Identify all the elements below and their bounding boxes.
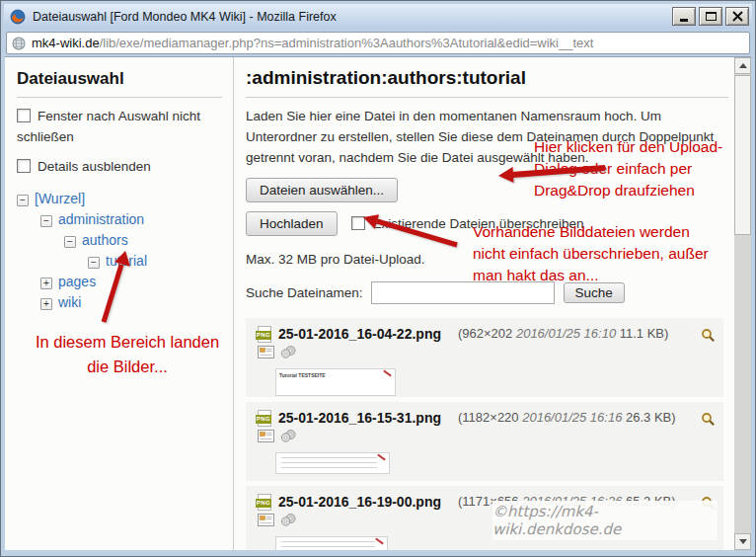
file-type-badge: PNG <box>256 499 271 508</box>
upload-button[interactable]: Hochladen <box>246 211 338 236</box>
file-size: 26.3 KB) <box>622 410 675 425</box>
divider <box>17 97 222 98</box>
thumbnail-red-arrow <box>383 369 392 376</box>
png-file-icon: PNG <box>256 494 271 510</box>
option-hide-details[interactable]: Details ausblenden <box>17 157 222 178</box>
png-file-icon: PNG <box>256 326 271 342</box>
png-file-icon: PNG <box>256 410 271 426</box>
search-label: Suche Dateinamen: <box>246 285 363 300</box>
file-row-tools <box>258 429 714 447</box>
file-row-25-01-2016-16-15-31-png: PNG25-01-2016_16-15-31.png(1182×220 2016… <box>246 402 723 481</box>
option-keep-window-open[interactable]: Fenster nach Auswahl nicht schließen <box>17 107 222 148</box>
media-revisions-icon[interactable] <box>280 513 297 531</box>
firefox-icon <box>10 9 26 25</box>
thumbnail-content-lines <box>281 541 375 550</box>
collapse-icon[interactable]: − <box>40 215 52 227</box>
vertical-scrollbar[interactable] <box>734 57 751 550</box>
file-thumbnail[interactable]: Tutorial TESTSEITE <box>275 368 396 396</box>
tree-node-wiki[interactable]: wiki <box>58 294 81 310</box>
tree-node-authors[interactable]: authors <box>82 232 128 248</box>
thumbnail-text: Tutorial TESTSEITE <box>279 372 326 378</box>
media-revisions-icon[interactable] <box>280 345 297 363</box>
tree-item-wiki: +wiki <box>17 292 232 313</box>
title-bar[interactable]: Dateiauswahl [Ford Mondeo MK4 Wiki] - Mo… <box>4 4 752 29</box>
file-row-header: PNG25-01-2016_16-04-22.png(962×202 2016/… <box>256 326 714 342</box>
overwrite-checkbox[interactable] <box>351 216 365 230</box>
collapse-icon[interactable]: − <box>17 195 29 206</box>
file-name-link[interactable]: 25-01-2016_16-04-22.png <box>278 326 458 342</box>
scrollbar-thumb[interactable] <box>734 75 751 235</box>
file-type-badge: PNG <box>256 331 271 340</box>
collapse-icon[interactable]: − <box>88 257 100 269</box>
minimize-button[interactable] <box>672 7 696 26</box>
media-manager-page: Dateiauswahl Fenster nach Auswahl nicht … <box>5 57 751 550</box>
tree-item-tutorial: −tutorial <box>17 251 232 272</box>
tree-node-pages[interactable]: pages <box>58 274 96 289</box>
thumbnail-content-lines <box>281 457 377 470</box>
maximize-button[interactable] <box>699 7 722 26</box>
hide-details-checkbox[interactable] <box>17 159 31 173</box>
tree-item-pages: +pages <box>17 272 232 292</box>
scroll-down-button[interactable] <box>734 533 751 550</box>
arrow-up-icon <box>739 63 747 68</box>
file-date: 2016/01/25 16:10 <box>516 326 616 341</box>
image-meta-icon[interactable] <box>258 513 274 530</box>
hide-details-label: Details ausblenden <box>38 159 151 174</box>
namespace-tree: −[Wurzel]−administration−authors−tutoria… <box>17 189 232 313</box>
scroll-up-button[interactable] <box>734 57 751 74</box>
select-files-button[interactable]: Dateien auswählen... <box>246 178 398 202</box>
expand-icon[interactable]: + <box>40 278 52 289</box>
sidebar-title: Dateiauswahl <box>17 69 232 89</box>
url-path: /lib/exe/mediamanager.php?ns=administrat… <box>100 36 594 50</box>
main-content: :administration:authors:tutorial Laden S… <box>234 57 734 550</box>
close-button[interactable] <box>725 7 749 26</box>
file-row-tools <box>258 345 714 363</box>
keep-open-checkbox[interactable] <box>17 109 31 122</box>
url-bar[interactable]: mk4-wiki.de/lib/exe/mediamanager.php?ns=… <box>6 32 750 54</box>
tree-node-tutorial[interactable]: tutorial <box>106 253 147 269</box>
browser-window: Dateiauswahl [Ford Mondeo MK4 Wiki] - Mo… <box>0 0 756 557</box>
minimize-icon <box>678 11 691 22</box>
tree-item-wurzel: −[Wurzel] <box>17 189 232 209</box>
keep-open-label: Fenster nach Auswahl nicht schließen <box>17 109 200 144</box>
file-name-link[interactable]: 25-01-2016_16-19-00.png <box>278 494 458 510</box>
file-row-header: PNG25-01-2016_16-15-31.png(1182×220 2016… <box>256 410 714 426</box>
navigation-bar: mk4-wiki.de/lib/exe/mediamanager.php?ns=… <box>4 29 752 56</box>
file-thumbnail[interactable] <box>275 536 388 550</box>
image-meta-icon[interactable] <box>258 345 274 362</box>
arrow-down-icon <box>739 539 747 544</box>
file-row-preview <box>275 452 714 474</box>
watermark: ©https://mk4-wiki.denkdose.de <box>492 501 718 540</box>
file-date: 2016/01/25 16:16 <box>522 410 622 425</box>
collapse-icon[interactable]: − <box>64 236 76 248</box>
file-dimensions: (1182×220 <box>458 410 522 425</box>
magnifier-icon[interactable] <box>701 328 716 347</box>
media-revisions-icon[interactable] <box>280 429 297 447</box>
image-meta-icon[interactable] <box>258 429 274 446</box>
expand-icon[interactable]: + <box>40 298 52 310</box>
tree-node-wurzel[interactable]: [Wurzel] <box>35 191 85 206</box>
file-meta: (1182×220 2016/01/25 16:16 26.3 KB) <box>458 410 676 425</box>
file-dimensions: (962×202 <box>458 326 516 341</box>
tree-node-administration[interactable]: administration <box>58 211 144 227</box>
file-type-badge: PNG <box>256 415 271 424</box>
file-row-preview: Tutorial TESTSEITE <box>275 368 714 396</box>
window-controls <box>672 7 749 26</box>
tree-item-administration: −administration <box>17 209 232 230</box>
file-thumbnail[interactable] <box>275 452 390 474</box>
file-row-25-01-2016-16-04-22-png: PNG25-01-2016_16-04-22.png(962×202 2016/… <box>246 318 723 397</box>
file-size: 11.1 KB) <box>616 326 668 341</box>
globe-icon <box>12 37 26 50</box>
namespace-title: :administration:authors:tutorial <box>246 67 734 89</box>
file-name-link[interactable]: 25-01-2016_16-15-31.png <box>278 410 458 426</box>
screenshot-root: { "window": { "title": "Dateiauswahl [Fo… <box>0 0 756 557</box>
maximize-icon <box>705 11 718 22</box>
thumbnail-red-arrow <box>377 453 386 460</box>
tree-item-authors: −authors <box>17 230 232 251</box>
sidebar-annotation: In diesem Bereich landen die Bilder... <box>35 330 220 379</box>
magnifier-icon[interactable] <box>701 412 716 431</box>
divider <box>246 97 728 98</box>
overwrite-annotation: Vorhandene Bilddateien werden nicht einf… <box>473 221 725 286</box>
url-domain: mk4-wiki.de <box>32 36 100 50</box>
close-icon <box>731 11 744 22</box>
